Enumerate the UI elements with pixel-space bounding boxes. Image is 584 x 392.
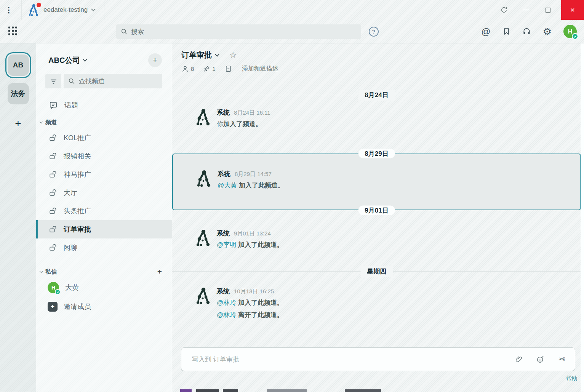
grid-icon (8, 26, 17, 35)
apps-grid-button[interactable] (8, 26, 17, 37)
system-message: 系统10月13日 16:25@林玲 加入了此频道。@林玲 离开了此频道。 (172, 287, 584, 321)
channel-name: 神马推广 (64, 170, 91, 179)
message-sender[interactable]: 系统 (218, 170, 230, 178)
channel-toolbar: 订单审批 ☆ 8 1 (172, 43, 584, 85)
open-lock-icon (49, 189, 57, 197)
mention-link[interactable]: @李明 (217, 241, 236, 248)
message-composer[interactable]: 写入到 订单审批 ✂ (181, 347, 575, 371)
system-avatar-icon (195, 108, 211, 126)
channel-item[interactable]: 报销相关 (36, 147, 172, 165)
dm-section-header[interactable]: 私信 + (36, 265, 172, 278)
channel-item[interactable]: 头条推广 (36, 202, 172, 220)
message-sender[interactable]: 系统 (217, 108, 230, 117)
system-message: 系统8月24日 16:11你加入了频道。 (172, 108, 584, 130)
pin-icon (203, 65, 210, 72)
message-text: @李明 加入了此频道。 (217, 239, 283, 251)
maximize-button[interactable] (539, 0, 557, 20)
date-divider: 星期四 (172, 266, 581, 277)
user-menu-avatar[interactable]: H (563, 25, 577, 38)
find-channel-input[interactable]: 查找频道 (64, 74, 162, 88)
filter-icon (50, 78, 57, 85)
add-channel-description-button[interactable]: 添加频道描述 (242, 65, 278, 73)
sidebar-item-threads[interactable]: 话题 (36, 97, 172, 114)
favorite-channel-button[interactable]: ☆ (229, 51, 237, 59)
invite-members-item[interactable]: +邀请成员 (36, 297, 172, 316)
date-divider-label: 星期四 (360, 266, 393, 277)
channel-sidebar: ABC公司 + 查找频道 (36, 43, 172, 392)
channel-name: 头条推广 (64, 206, 91, 216)
channel-item[interactable]: 大厅 (36, 184, 172, 202)
text-segment: 加入了频道。 (223, 120, 262, 128)
team-header: ABC公司 + (36, 43, 172, 67)
open-lock-icon (49, 225, 57, 234)
headset-button[interactable] (522, 27, 531, 36)
team-avatar: AB (8, 54, 29, 76)
team-item[interactable]: AB (8, 54, 29, 76)
help-button[interactable]: ? (369, 27, 379, 37)
add-dm-button[interactable]: + (157, 267, 162, 276)
refresh-button[interactable] (495, 0, 513, 20)
team-name[interactable]: ABC公司 (48, 55, 80, 66)
open-lock-icon (49, 152, 57, 160)
mention-link[interactable]: @林玲 (217, 311, 236, 318)
threads-label: 话题 (64, 101, 78, 110)
date-divider-label: 9月01日 (358, 206, 395, 215)
add-channel-button[interactable]: + (148, 53, 162, 67)
channel-name: 报销相关 (64, 152, 91, 161)
channel-files-button[interactable] (225, 65, 232, 72)
saved-posts-button[interactable] (502, 27, 510, 35)
channel-filter-button[interactable] (45, 74, 61, 88)
message-timestamp: 9月01日 13:24 (234, 230, 271, 237)
header-actions: @ ⚙ H (481, 20, 584, 43)
pinned-messages-button[interactable]: 1 (203, 65, 215, 72)
global-header: 搜索 ? @ ⚙ H (0, 20, 584, 43)
chevron-down-icon (40, 120, 43, 123)
minimize-button[interactable] (522, 0, 539, 20)
system-avatar-icon (196, 170, 212, 187)
add-team-button[interactable]: + (0, 117, 36, 130)
settings-button[interactable]: ⚙ (543, 27, 552, 37)
message-sender[interactable]: 系统 (217, 229, 230, 238)
chevron-down-icon (91, 7, 96, 11)
search-input[interactable]: 搜索 (116, 24, 361, 39)
server-switcher[interactable]: eedatek-testing (21, 0, 104, 20)
highlighted-message-block: 8月29日系统8月29日 14:57@大黄 加入了此频道。9月01日 (172, 154, 581, 210)
refresh-icon (500, 6, 508, 14)
mentions-button[interactable]: @ (481, 26, 490, 37)
channel-item[interactable]: KOL推广 (36, 129, 172, 147)
message-sender[interactable]: 系统 (217, 287, 230, 296)
mention-link[interactable]: @林玲 (217, 299, 236, 306)
message-scrollbar-track[interactable] (581, 43, 584, 392)
attach-file-button[interactable] (515, 355, 523, 363)
chevron-down-icon[interactable] (215, 52, 219, 56)
emoji-picker-button[interactable] (536, 355, 544, 363)
channel-item[interactable]: 订单审批 (36, 220, 172, 238)
channel-item[interactable]: 神马推广 (36, 165, 172, 184)
close-button[interactable]: × (561, 0, 584, 20)
channels-section-header[interactable]: 频道 (36, 116, 172, 129)
dm-section-label: 私信 (45, 268, 57, 275)
message-list: 8月24日系统8月24日 16:11你加入了频道。8月29日系统8月29日 14… (172, 85, 584, 347)
system-avatar-icon (195, 229, 211, 246)
channel-item[interactable]: 闲聊 (36, 238, 172, 257)
channel-title[interactable]: 订单审批 (181, 50, 212, 60)
dm-list: H大黄+邀请成员 (36, 278, 172, 316)
server-name: eedatek-testing (43, 6, 88, 14)
channel-members-button[interactable]: 8 (181, 65, 194, 73)
team-item[interactable]: 法务 (8, 83, 29, 104)
paperclip-icon (515, 355, 523, 363)
dm-item[interactable]: H大黄 (36, 278, 172, 297)
chevron-down-icon[interactable] (83, 57, 87, 61)
scissors-button[interactable]: ✂ (558, 355, 565, 363)
app-menu-button[interactable]: ⋮ (0, 0, 18, 20)
app-body: AB法务 + ABC公司 + 查找频道 (0, 43, 584, 392)
help-link[interactable]: 帮助 (566, 375, 578, 381)
avatar-letter: H (568, 28, 573, 35)
mention-link[interactable]: @大黄 (218, 182, 237, 189)
background-window-sliver (0, 389, 584, 392)
online-status-icon (55, 289, 61, 295)
composer-placeholder: 写入到 订单审批 (192, 355, 515, 364)
bookmark-icon (502, 27, 510, 35)
team-list: AB法务 (0, 54, 36, 104)
open-lock-icon (49, 170, 57, 179)
